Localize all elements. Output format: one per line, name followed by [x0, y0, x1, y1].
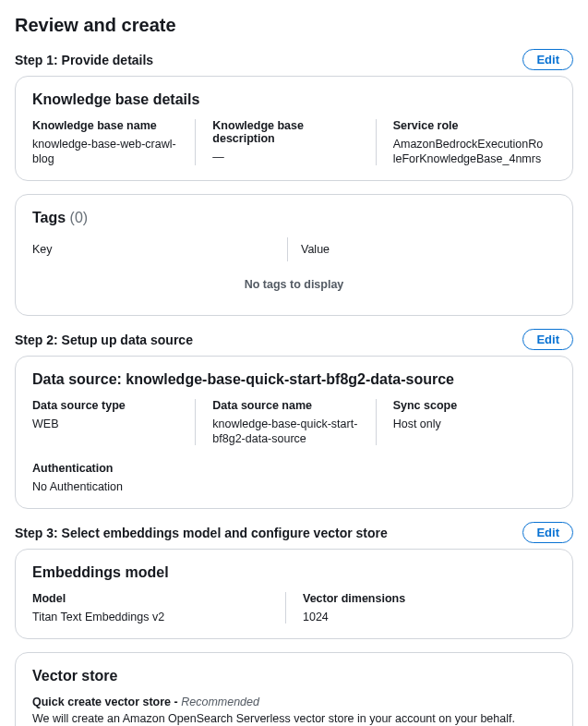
vector-store-panel: Vector store Quick create vector store -…	[15, 652, 573, 726]
auth-value: No Authentication	[32, 480, 123, 493]
kb-name-label: Knowledge base name	[32, 119, 184, 132]
tags-title-text: Tags	[32, 210, 66, 225]
step1-title: Step 1: Provide details	[15, 53, 153, 67]
data-source-title: Data source: knowledge-base-quick-start-…	[32, 371, 556, 388]
sync-scope-label: Sync scope	[393, 399, 545, 412]
vector-store-title: Vector store	[32, 668, 556, 684]
step1-edit-button[interactable]: Edit	[522, 49, 573, 70]
embeddings-title: Embeddings model	[32, 564, 556, 581]
model-value: Titan Text Embeddings v2	[32, 611, 164, 623]
tags-table-header: Key Value	[32, 237, 556, 261]
embeddings-model-panel: Embeddings model Model Titan Text Embedd…	[15, 549, 573, 639]
vector-store-subtitle: Quick create vector store - Recommended	[32, 696, 556, 708]
step2-edit-button[interactable]: Edit	[522, 329, 573, 350]
kb-desc-value: —	[212, 151, 224, 163]
service-role-value: AmazonBedrockExecutionRoleForKnowledgeBa…	[393, 138, 544, 165]
step2-header: Step 2: Setup up data source Edit	[15, 329, 573, 350]
tags-count: (0)	[70, 210, 89, 225]
tags-key-header: Key	[32, 237, 287, 261]
tags-value-header: Value	[287, 237, 556, 261]
step3-edit-button[interactable]: Edit	[522, 522, 573, 543]
sync-scope-value: Host only	[393, 417, 441, 430]
tags-title: Tags (0)	[32, 210, 556, 226]
step2-title: Step 2: Setup up data source	[15, 333, 193, 347]
ds-type-label: Data source type	[32, 399, 184, 412]
ds-type-value: WEB	[32, 417, 58, 430]
vs-recommended-label: Recommended	[181, 696, 259, 708]
ds-name-label: Data source name	[212, 399, 364, 412]
tags-empty-message: No tags to display	[32, 261, 556, 300]
knowledge-base-details-panel: Knowledge base details Knowledge base na…	[15, 76, 573, 181]
step1-header: Step 1: Provide details Edit	[15, 49, 573, 70]
tags-panel: Tags (0) Key Value No tags to display	[15, 194, 573, 316]
kb-desc-label: Knowledge base description	[212, 119, 364, 145]
step3-header: Step 3: Select embeddings model and conf…	[15, 522, 573, 543]
auth-label: Authentication	[32, 462, 556, 475]
data-source-panel: Data source: knowledge-base-quick-start-…	[15, 356, 573, 509]
page-title: Review and create	[15, 15, 573, 36]
step3-title: Step 3: Select embeddings model and conf…	[15, 526, 388, 540]
service-role-label: Service role	[393, 119, 545, 132]
vector-dim-label: Vector dimensions	[303, 592, 545, 605]
ds-name-value: knowledge-base-quick-start-bf8g2-data-so…	[212, 417, 357, 445]
vs-quick-create-label: Quick create vector store -	[32, 696, 178, 708]
vector-store-description: We will create an Amazon OpenSearch Serv…	[32, 712, 556, 725]
kb-name-value: knowledge-base-web-crawl-blog	[32, 138, 176, 165]
model-label: Model	[32, 592, 274, 605]
kb-details-title: Knowledge base details	[32, 91, 556, 108]
vector-dim-value: 1024	[303, 611, 329, 623]
